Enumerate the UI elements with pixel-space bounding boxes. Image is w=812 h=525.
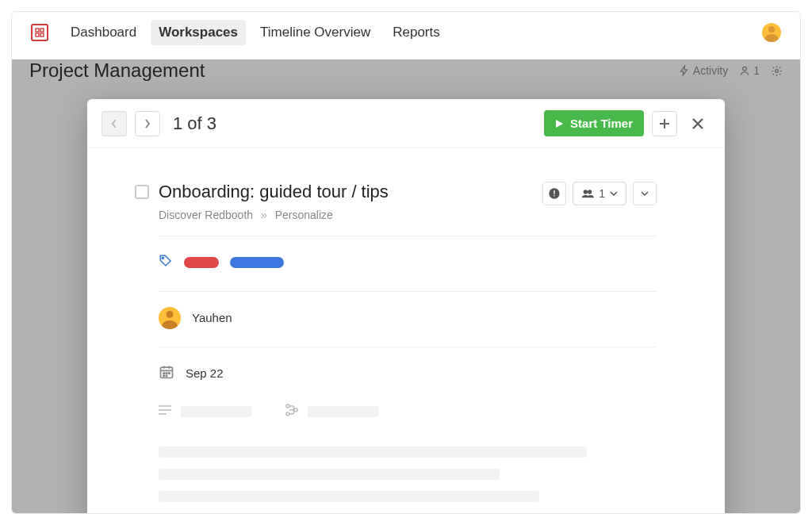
- play-icon: [555, 119, 564, 128]
- svg-point-9: [584, 190, 588, 194]
- svg-rect-3: [40, 33, 44, 36]
- nav-workspaces[interactable]: Workspaces: [151, 20, 246, 45]
- svg-rect-2: [36, 33, 39, 36]
- chevron-right-icon: [144, 119, 151, 128]
- priority-button[interactable]: [542, 182, 566, 205]
- assignee-name: Yauhen: [192, 311, 232, 324]
- description-placeholder[interactable]: [181, 406, 252, 417]
- svg-rect-8: [554, 195, 555, 196]
- svg-point-15: [169, 372, 170, 374]
- user-avatar[interactable]: [762, 23, 781, 42]
- plus-icon: [659, 118, 670, 129]
- tag-icon: [159, 254, 173, 271]
- nav-reports[interactable]: Reports: [393, 25, 440, 40]
- assignee-section[interactable]: Yauhen: [159, 291, 657, 329]
- close-button[interactable]: [685, 111, 710, 136]
- breadcrumb: Discover Redbooth » Personalize: [159, 209, 533, 221]
- svg-point-16: [163, 375, 165, 377]
- tags-section[interactable]: [159, 236, 657, 274]
- svg-point-11: [162, 257, 163, 259]
- subtasks-placeholder[interactable]: [308, 406, 379, 417]
- people-icon: [581, 189, 594, 198]
- pager-label: 1 of 3: [173, 113, 216, 134]
- assignees-button[interactable]: 1: [573, 182, 626, 205]
- breadcrumb-list[interactable]: Personalize: [275, 209, 333, 221]
- breadcrumb-workspace[interactable]: Discover Redbooth: [159, 209, 253, 221]
- modal-header: 1 of 3 Start Timer: [87, 99, 725, 148]
- svg-point-19: [286, 412, 289, 416]
- start-timer-button[interactable]: Start Timer: [544, 110, 644, 136]
- task-title[interactable]: Onboarding: guided tour / tips: [159, 182, 533, 202]
- chevron-down-icon: [610, 191, 618, 196]
- nav-dashboard[interactable]: Dashboard: [71, 25, 136, 40]
- alert-icon: [548, 187, 561, 200]
- pager-prev-button[interactable]: [102, 111, 127, 136]
- content-placeholder: [159, 446, 657, 502]
- close-icon: [691, 117, 705, 131]
- more-options-button[interactable]: [633, 182, 657, 205]
- due-date-section[interactable]: Sep 22: [159, 347, 657, 385]
- svg-point-13: [163, 372, 165, 374]
- tag-red[interactable]: [184, 257, 219, 268]
- svg-point-20: [294, 408, 297, 412]
- calendar-icon: [159, 364, 174, 383]
- svg-point-14: [166, 372, 167, 374]
- chevron-left-icon: [111, 119, 117, 128]
- task-modal: 1 of 3 Start Timer Onboarding: guided to…: [87, 99, 725, 514]
- svg-rect-7: [554, 190, 555, 194]
- app-logo-icon[interactable]: [31, 24, 48, 41]
- assignee-avatar: [159, 307, 181, 329]
- svg-point-18: [286, 404, 289, 408]
- svg-rect-0: [36, 29, 39, 32]
- svg-point-17: [166, 375, 167, 377]
- description-icon: [159, 404, 171, 419]
- nav-timeline[interactable]: Timeline Overview: [260, 25, 370, 40]
- chevron-down-icon: [641, 191, 649, 196]
- tag-blue[interactable]: [230, 257, 284, 268]
- subtasks-icon: [285, 404, 298, 420]
- svg-point-10: [588, 190, 592, 194]
- pager-next-button[interactable]: [135, 111, 160, 136]
- top-nav: Dashboard Workspaces Timeline Overview R…: [12, 12, 800, 53]
- svg-rect-1: [40, 29, 44, 32]
- task-complete-checkbox[interactable]: [135, 185, 149, 199]
- add-button[interactable]: [652, 111, 677, 136]
- due-date-text: Sep 22: [186, 366, 224, 380]
